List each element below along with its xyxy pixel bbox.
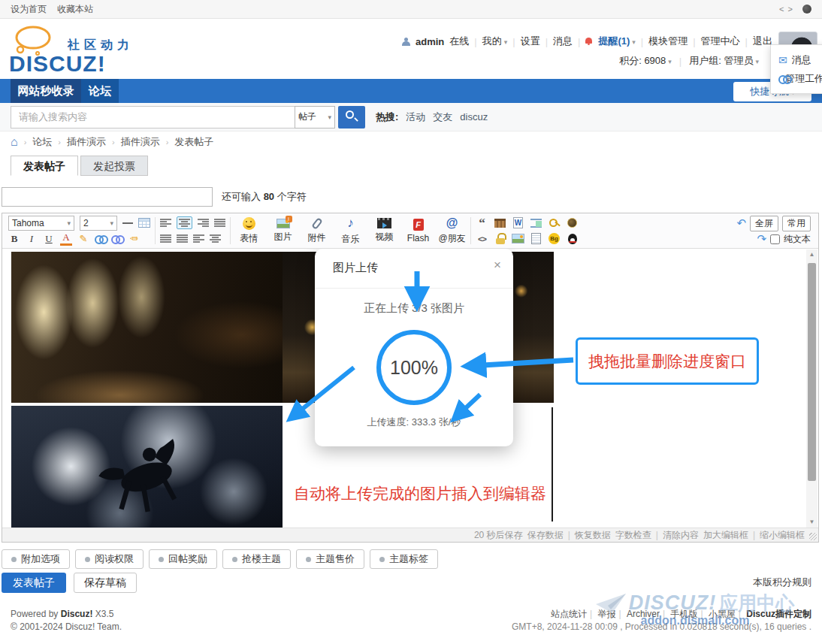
scroll-down-icon[interactable]: ▼ bbox=[806, 517, 817, 528]
undo-icon[interactable]: ↶ bbox=[736, 216, 746, 230]
hot-link-activity[interactable]: 活动 bbox=[406, 110, 425, 124]
background-color-icon[interactable]: Bg bbox=[549, 233, 560, 244]
fullscreen-button[interactable]: 全屏 bbox=[750, 216, 778, 231]
resize-handle[interactable] bbox=[809, 533, 817, 540]
flash-button[interactable]: F Flash bbox=[401, 215, 435, 246]
italic-button[interactable]: I bbox=[26, 232, 38, 246]
dialog-close-icon[interactable]: × bbox=[494, 258, 501, 273]
enlarge-editor-link[interactable]: 加大编辑框 bbox=[703, 529, 755, 542]
smiley-button[interactable]: 表情 bbox=[232, 215, 266, 246]
font-color-button[interactable]: A bbox=[60, 232, 72, 246]
hot-link-friends[interactable]: 交友 bbox=[433, 110, 452, 124]
font-size-select[interactable]: 2 bbox=[80, 216, 117, 231]
music-button[interactable]: ♪ 音乐 bbox=[334, 215, 367, 246]
option-thread-price[interactable]: 主题售价 bbox=[296, 549, 364, 569]
footer-link-mobile[interactable]: 手机版 bbox=[670, 609, 697, 619]
layout-sheet-icon[interactable] bbox=[531, 233, 541, 244]
nav-item-forum[interactable]: 论坛 bbox=[81, 79, 119, 103]
unordered-list-icon[interactable] bbox=[210, 234, 221, 243]
menu-notice[interactable]: 提醒(1) bbox=[598, 35, 635, 48]
indent-decrease-icon[interactable] bbox=[160, 234, 171, 243]
remove-link-icon[interactable] bbox=[111, 235, 122, 242]
option-reply-reward[interactable]: 回帖奖励 bbox=[149, 549, 217, 569]
theme-globe-icon[interactable] bbox=[802, 5, 811, 14]
redo-icon[interactable]: ↷ bbox=[757, 232, 766, 246]
format-brush-icon[interactable]: ✏ bbox=[128, 232, 140, 246]
menu-settings[interactable]: 设置 bbox=[521, 35, 540, 48]
footer-link-stats[interactable]: 站点统计 bbox=[551, 609, 587, 619]
at-friend-button[interactable]: @ @朋友 bbox=[435, 215, 469, 246]
dropdown-item-message[interactable]: ✉ 消息 bbox=[778, 50, 822, 69]
insert-table-icon[interactable] bbox=[138, 218, 150, 228]
subject-input[interactable] bbox=[2, 187, 213, 207]
menu-mine[interactable]: 我的 bbox=[482, 35, 508, 48]
hidden-reward-key-icon[interactable] bbox=[549, 218, 561, 228]
scrollbar-thumb[interactable] bbox=[808, 263, 816, 481]
footer-link-archiver[interactable]: Archiver bbox=[627, 609, 660, 619]
username-link[interactable]: admin bbox=[416, 36, 444, 47]
footer-brand[interactable]: Discuz! bbox=[61, 609, 93, 619]
image-upload-dialog[interactable]: 图片上传 × 正在上传 3/3 张图片 100% 上传速度: 333.3 张/秒 bbox=[315, 249, 513, 446]
ordered-list-icon[interactable] bbox=[193, 234, 204, 243]
align-justify-icon[interactable] bbox=[214, 219, 225, 227]
quote-icon[interactable]: “ bbox=[476, 216, 488, 229]
footer-link-report[interactable]: 举报 bbox=[597, 609, 615, 619]
code-icon[interactable]: < > bbox=[779, 5, 793, 14]
restore-data-link[interactable]: 恢复数据 bbox=[575, 529, 611, 542]
footer-link-darkroom[interactable]: 小黑屋 bbox=[709, 609, 736, 619]
insert-link-icon[interactable] bbox=[95, 235, 106, 242]
crumb-plugin-demo-2[interactable]: 插件演示 bbox=[121, 135, 160, 149]
save-draft-button[interactable]: 保存草稿 bbox=[74, 573, 137, 593]
clear-content-link[interactable]: 清除内容 bbox=[663, 529, 699, 542]
dropdown-item-admin-work[interactable]: 管理工作台 bbox=[778, 69, 822, 88]
free-content-icon[interactable] bbox=[494, 219, 506, 228]
video-button[interactable]: 视频 bbox=[367, 215, 401, 246]
credits-value[interactable]: 积分: 6908 bbox=[619, 54, 672, 68]
footer-link-plugin-custom[interactable]: Discuz插件定制 bbox=[746, 609, 811, 619]
editor-content-area[interactable]: 自动将上传完成的图片插入到编辑器 图片上传 × 正在上传 3/3 张图片 100… bbox=[2, 249, 818, 528]
option-extra[interactable]: 附加选项 bbox=[2, 549, 70, 569]
align-right-icon[interactable] bbox=[198, 219, 209, 227]
coin-icon[interactable] bbox=[567, 218, 577, 228]
hot-link-discuz[interactable]: discuz bbox=[460, 111, 488, 122]
save-data-link[interactable]: 保存数据 bbox=[527, 529, 570, 542]
option-thread-tags[interactable]: 主题标签 bbox=[370, 549, 438, 569]
scroll-up-icon[interactable]: ▲ bbox=[806, 249, 817, 260]
shrink-editor-link[interactable]: 缩小编辑框 bbox=[760, 529, 805, 542]
submit-post-button[interactable]: 发表帖子 bbox=[2, 573, 66, 593]
nav-item-seo[interactable]: 网站秒收录 bbox=[11, 79, 81, 103]
option-read-permission[interactable]: 阅读权限 bbox=[75, 549, 144, 569]
spellcheck-pencil-icon[interactable]: ✎ bbox=[77, 232, 89, 246]
crumb-forum[interactable]: 论坛 bbox=[32, 135, 52, 149]
set-home-link[interactable]: 设为首页 bbox=[11, 3, 47, 16]
search-input[interactable] bbox=[11, 106, 295, 128]
tab-new-post[interactable]: 发表帖子 bbox=[11, 156, 78, 176]
option-rush-thread[interactable]: 抢楼主题 bbox=[222, 549, 291, 569]
float-layout-icon[interactable] bbox=[530, 219, 542, 228]
horizontal-rule-icon[interactable] bbox=[122, 222, 133, 224]
word-paste-icon[interactable]: W bbox=[513, 217, 523, 228]
search-button[interactable] bbox=[338, 106, 365, 128]
menu-modules[interactable]: 模块管理 bbox=[648, 35, 688, 48]
align-left-icon[interactable] bbox=[160, 219, 171, 227]
editor-scrollbar[interactable]: ▲ ▼ bbox=[806, 249, 817, 528]
font-family-select[interactable]: Tahoma bbox=[8, 216, 74, 231]
insert-image-button[interactable]: i 图片 bbox=[266, 215, 300, 246]
code-insert-icon[interactable]: <> bbox=[476, 232, 488, 245]
bookmark-link[interactable]: 收藏本站 bbox=[57, 3, 93, 16]
align-center-selected[interactable] bbox=[177, 216, 192, 229]
bold-button[interactable]: B bbox=[8, 232, 20, 246]
album-icon[interactable] bbox=[512, 234, 524, 243]
menu-messages[interactable]: 消息 bbox=[553, 35, 573, 48]
crumb-plugin-demo-1[interactable]: 插件演示 bbox=[67, 135, 106, 149]
credit-rules-link[interactable]: 本版积分规则 bbox=[753, 576, 811, 589]
usergroup-value[interactable]: 用户组: 管理员 bbox=[689, 54, 759, 68]
home-icon[interactable]: ⌂ bbox=[11, 137, 18, 147]
underline-button[interactable]: U bbox=[43, 232, 55, 246]
site-logo[interactable]: 社区动力 DISCUZ! bbox=[9, 26, 182, 74]
qq-icon[interactable] bbox=[568, 234, 577, 244]
indent-increase-icon[interactable] bbox=[177, 234, 188, 243]
tab-new-poll[interactable]: 发起投票 bbox=[80, 156, 148, 176]
word-count-link[interactable]: 字数检查 bbox=[615, 529, 658, 542]
search-scope-select[interactable]: 帖子 bbox=[295, 106, 335, 128]
